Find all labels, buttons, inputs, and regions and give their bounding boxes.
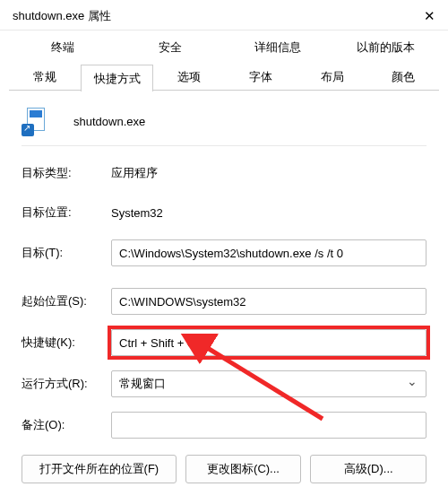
advanced-button[interactable]: 高级(D)... bbox=[310, 455, 426, 483]
target-input[interactable] bbox=[111, 239, 426, 266]
tab-details[interactable]: 详细信息 bbox=[224, 34, 332, 60]
tab-font[interactable]: 字体 bbox=[225, 64, 297, 91]
label-start-in: 起始位置(S): bbox=[22, 293, 111, 309]
row-start-in: 起始位置(S): bbox=[22, 288, 426, 315]
tab-colors[interactable]: 颜色 bbox=[367, 64, 439, 91]
tab-general[interactable]: 常规 bbox=[9, 64, 81, 91]
divider bbox=[22, 145, 426, 146]
value-target-type: 应用程序 bbox=[111, 165, 158, 181]
run-mode-select[interactable] bbox=[111, 370, 426, 397]
tab-options[interactable]: 选项 bbox=[153, 64, 225, 91]
tab-previous-versions[interactable]: 以前的版本 bbox=[332, 34, 439, 60]
content-panel: shutdown.exe 目标类型: 应用程序 目标位置: System32 目… bbox=[0, 91, 448, 483]
row-target: 目标(T): bbox=[22, 239, 426, 266]
label-shortcut-key: 快捷键(K): bbox=[22, 335, 111, 351]
row-comment: 备注(O): bbox=[22, 412, 426, 439]
button-row: 打开文件所在的位置(F) 更改图标(C)... 高级(D)... bbox=[22, 455, 426, 483]
row-run-mode: 运行方式(R): bbox=[22, 370, 426, 397]
tabs-row-1: 终端 安全 详细信息 以前的版本 bbox=[0, 30, 448, 60]
row-target-location: 目标位置: System32 bbox=[22, 200, 426, 225]
open-file-location-button[interactable]: 打开文件所在的位置(F) bbox=[22, 455, 177, 483]
label-target-type: 目标类型: bbox=[22, 165, 111, 181]
row-shortcut-key: 快捷键(K): bbox=[22, 329, 426, 356]
file-header: shutdown.exe bbox=[22, 106, 426, 136]
label-comment: 备注(O): bbox=[22, 417, 111, 433]
file-name: shutdown.exe bbox=[73, 115, 145, 128]
shortcut-file-icon bbox=[22, 106, 52, 136]
label-target-location: 目标位置: bbox=[22, 204, 111, 221]
start-in-input[interactable] bbox=[111, 288, 426, 315]
tabs-row-2: 常规 快捷方式 选项 字体 布局 颜色 bbox=[0, 60, 448, 91]
shortcut-key-input[interactable] bbox=[111, 329, 426, 356]
tab-security[interactable]: 安全 bbox=[116, 34, 224, 60]
change-icon-button[interactable]: 更改图标(C)... bbox=[185, 455, 302, 483]
row-target-type: 目标类型: 应用程序 bbox=[22, 161, 426, 186]
comment-input[interactable] bbox=[111, 412, 426, 439]
value-target-location: System32 bbox=[111, 206, 163, 220]
label-target: 目标(T): bbox=[22, 245, 111, 261]
window-title: shutdown.exe 属性 bbox=[13, 8, 111, 24]
tab-shortcut[interactable]: 快捷方式 bbox=[81, 65, 154, 91]
label-run-mode: 运行方式(R): bbox=[22, 376, 111, 392]
titlebar: shutdown.exe 属性 ✕ bbox=[0, 0, 448, 30]
close-icon[interactable]: ✕ bbox=[421, 9, 437, 22]
tab-layout[interactable]: 布局 bbox=[297, 64, 368, 91]
tab-terminal[interactable]: 终端 bbox=[9, 34, 116, 60]
